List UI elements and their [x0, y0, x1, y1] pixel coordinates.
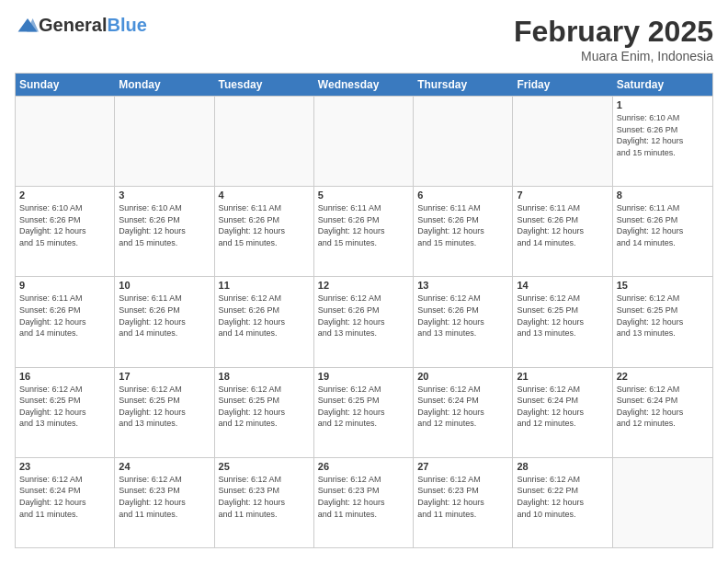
cal-cell-1-5: 7Sunrise: 6:11 AM Sunset: 6:26 PM Daylig… [513, 187, 612, 276]
day-number: 20 [417, 371, 508, 382]
day-number: 8 [617, 190, 709, 201]
day-number: 11 [219, 280, 310, 291]
day-info: Sunrise: 6:12 AM Sunset: 6:26 PM Dayligh… [417, 293, 508, 339]
page: GeneralBlue February 2025 Muara Enim, In… [0, 0, 728, 563]
week-row-4: 23Sunrise: 6:12 AM Sunset: 6:24 PM Dayli… [16, 457, 712, 547]
day-number: 28 [517, 461, 608, 472]
day-info: Sunrise: 6:12 AM Sunset: 6:25 PM Dayligh… [119, 384, 210, 430]
cal-cell-2-6: 15Sunrise: 6:12 AM Sunset: 6:25 PM Dayli… [613, 277, 712, 366]
cal-cell-4-2: 25Sunrise: 6:12 AM Sunset: 6:23 PM Dayli… [215, 458, 314, 547]
day-number: 18 [219, 371, 310, 382]
day-info: Sunrise: 6:10 AM Sunset: 6:26 PM Dayligh… [617, 112, 709, 158]
week-row-0: 1Sunrise: 6:10 AM Sunset: 6:26 PM Daylig… [16, 96, 712, 186]
cal-cell-4-6 [613, 458, 712, 547]
header-saturday: Saturday [613, 74, 712, 96]
cal-cell-2-5: 14Sunrise: 6:12 AM Sunset: 6:25 PM Dayli… [513, 277, 612, 366]
day-info: Sunrise: 6:11 AM Sunset: 6:26 PM Dayligh… [219, 202, 310, 248]
cal-cell-1-3: 5Sunrise: 6:11 AM Sunset: 6:26 PM Daylig… [314, 187, 414, 276]
location: Muara Enim, Indonesia [514, 49, 713, 63]
cal-cell-3-3: 19Sunrise: 6:12 AM Sunset: 6:25 PM Dayli… [314, 368, 414, 457]
cal-cell-1-6: 8Sunrise: 6:11 AM Sunset: 6:26 PM Daylig… [613, 187, 712, 276]
day-number: 25 [219, 461, 310, 472]
cal-cell-0-6: 1Sunrise: 6:10 AM Sunset: 6:26 PM Daylig… [613, 97, 712, 186]
day-info: Sunrise: 6:12 AM Sunset: 6:23 PM Dayligh… [219, 474, 310, 520]
month-title: February 2025 [514, 15, 713, 49]
day-info: Sunrise: 6:12 AM Sunset: 6:24 PM Dayligh… [417, 384, 508, 430]
day-info: Sunrise: 6:11 AM Sunset: 6:26 PM Dayligh… [119, 293, 210, 339]
day-number: 12 [318, 280, 409, 291]
day-number: 15 [617, 280, 709, 291]
cal-cell-1-0: 2Sunrise: 6:10 AM Sunset: 6:26 PM Daylig… [16, 187, 115, 276]
day-number: 24 [119, 461, 210, 472]
day-info: Sunrise: 6:12 AM Sunset: 6:26 PM Dayligh… [219, 293, 310, 339]
header-friday: Friday [513, 74, 612, 96]
cal-cell-1-2: 4Sunrise: 6:11 AM Sunset: 6:26 PM Daylig… [215, 187, 314, 276]
day-info: Sunrise: 6:10 AM Sunset: 6:26 PM Dayligh… [19, 202, 110, 248]
header-wednesday: Wednesday [314, 74, 414, 96]
cal-cell-0-5 [513, 97, 612, 186]
day-number: 16 [19, 371, 110, 382]
day-info: Sunrise: 6:12 AM Sunset: 6:25 PM Dayligh… [318, 384, 409, 430]
header-thursday: Thursday [414, 74, 513, 96]
cal-cell-2-0: 9Sunrise: 6:11 AM Sunset: 6:26 PM Daylig… [16, 277, 115, 366]
cal-cell-3-2: 18Sunrise: 6:12 AM Sunset: 6:25 PM Dayli… [215, 368, 314, 457]
day-info: Sunrise: 6:11 AM Sunset: 6:26 PM Dayligh… [617, 202, 709, 248]
week-row-1: 2Sunrise: 6:10 AM Sunset: 6:26 PM Daylig… [16, 186, 712, 276]
week-row-3: 16Sunrise: 6:12 AM Sunset: 6:25 PM Dayli… [16, 367, 712, 457]
day-info: Sunrise: 6:12 AM Sunset: 6:25 PM Dayligh… [219, 384, 310, 430]
cal-cell-4-5: 28Sunrise: 6:12 AM Sunset: 6:22 PM Dayli… [513, 458, 612, 547]
header: GeneralBlue February 2025 Muara Enim, In… [15, 15, 713, 63]
cal-cell-0-0 [16, 97, 115, 186]
day-info: Sunrise: 6:12 AM Sunset: 6:24 PM Dayligh… [617, 384, 709, 430]
calendar: Sunday Monday Tuesday Wednesday Thursday… [15, 73, 713, 548]
cal-cell-0-4 [414, 97, 513, 186]
day-number: 21 [517, 371, 608, 382]
cal-cell-0-2 [215, 97, 314, 186]
day-number: 17 [119, 371, 210, 382]
day-number: 19 [318, 371, 409, 382]
day-info: Sunrise: 6:11 AM Sunset: 6:26 PM Dayligh… [318, 202, 409, 248]
calendar-header: Sunday Monday Tuesday Wednesday Thursday… [16, 74, 712, 96]
day-number: 26 [318, 461, 409, 472]
cal-cell-2-3: 12Sunrise: 6:12 AM Sunset: 6:26 PM Dayli… [314, 277, 414, 366]
day-info: Sunrise: 6:11 AM Sunset: 6:26 PM Dayligh… [417, 202, 508, 248]
logo-icon [17, 17, 39, 35]
header-sunday: Sunday [16, 74, 115, 96]
cal-cell-2-1: 10Sunrise: 6:11 AM Sunset: 6:26 PM Dayli… [115, 277, 214, 366]
day-info: Sunrise: 6:12 AM Sunset: 6:25 PM Dayligh… [517, 293, 608, 339]
day-info: Sunrise: 6:11 AM Sunset: 6:26 PM Dayligh… [517, 202, 608, 248]
day-number: 13 [417, 280, 508, 291]
day-info: Sunrise: 6:12 AM Sunset: 6:26 PM Dayligh… [318, 293, 409, 339]
day-info: Sunrise: 6:12 AM Sunset: 6:23 PM Dayligh… [417, 474, 508, 520]
cal-cell-4-0: 23Sunrise: 6:12 AM Sunset: 6:24 PM Dayli… [16, 458, 115, 547]
day-number: 4 [219, 190, 310, 201]
day-number: 3 [119, 190, 210, 201]
day-number: 10 [119, 280, 210, 291]
day-info: Sunrise: 6:12 AM Sunset: 6:24 PM Dayligh… [19, 474, 110, 520]
day-info: Sunrise: 6:10 AM Sunset: 6:26 PM Dayligh… [119, 202, 210, 248]
cal-cell-1-1: 3Sunrise: 6:10 AM Sunset: 6:26 PM Daylig… [115, 187, 214, 276]
cal-cell-4-4: 27Sunrise: 6:12 AM Sunset: 6:23 PM Dayli… [414, 458, 513, 547]
day-info: Sunrise: 6:12 AM Sunset: 6:23 PM Dayligh… [318, 474, 409, 520]
cal-cell-0-3 [314, 97, 414, 186]
day-number: 9 [19, 280, 110, 291]
day-info: Sunrise: 6:12 AM Sunset: 6:23 PM Dayligh… [119, 474, 210, 520]
day-info: Sunrise: 6:12 AM Sunset: 6:25 PM Dayligh… [617, 293, 709, 339]
day-number: 6 [417, 190, 508, 201]
day-number: 5 [318, 190, 409, 201]
cal-cell-3-0: 16Sunrise: 6:12 AM Sunset: 6:25 PM Dayli… [16, 368, 115, 457]
day-info: Sunrise: 6:12 AM Sunset: 6:24 PM Dayligh… [517, 384, 608, 430]
day-number: 22 [617, 371, 709, 382]
cal-cell-3-4: 20Sunrise: 6:12 AM Sunset: 6:24 PM Dayli… [414, 368, 513, 457]
day-number: 7 [517, 190, 608, 201]
cal-cell-3-6: 22Sunrise: 6:12 AM Sunset: 6:24 PM Dayli… [613, 368, 712, 457]
calendar-body: 1Sunrise: 6:10 AM Sunset: 6:26 PM Daylig… [16, 96, 712, 547]
logo-general: General [39, 15, 107, 36]
cal-cell-3-5: 21Sunrise: 6:12 AM Sunset: 6:24 PM Dayli… [513, 368, 612, 457]
cal-cell-2-2: 11Sunrise: 6:12 AM Sunset: 6:26 PM Dayli… [215, 277, 314, 366]
day-number: 2 [19, 190, 110, 201]
header-tuesday: Tuesday [215, 74, 314, 96]
day-number: 14 [517, 280, 608, 291]
title-block: February 2025 Muara Enim, Indonesia [514, 15, 713, 63]
cal-cell-0-1 [115, 97, 214, 186]
